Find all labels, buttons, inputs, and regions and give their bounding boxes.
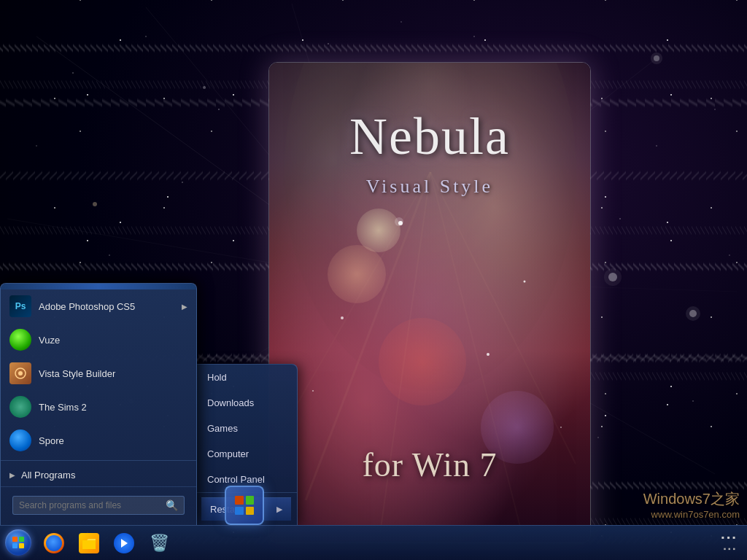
svg-point-21 bbox=[72, 72, 74, 74]
svg-point-46 bbox=[341, 316, 344, 319]
svg-point-17 bbox=[203, 86, 206, 89]
all-programs-label: All Programs bbox=[21, 470, 187, 481]
svg-point-44 bbox=[395, 217, 403, 226]
svg-point-45 bbox=[487, 353, 489, 356]
nebula-title: Nebula bbox=[269, 106, 590, 167]
win-logo-bl bbox=[235, 507, 244, 516]
start-menu: Ps Adobe Photoshop CS5 ▶ Vuze Vista Styl… bbox=[0, 283, 197, 525]
svg-point-22 bbox=[145, 36, 147, 37]
svg-point-24 bbox=[36, 145, 37, 147]
svg-point-16 bbox=[686, 306, 700, 321]
start-menu-header bbox=[1, 284, 196, 289]
watermark: Windows7之家 www.win7os7en.com bbox=[643, 489, 740, 520]
orb-logo-tl bbox=[12, 537, 18, 542]
orb-logo-bl bbox=[12, 543, 18, 548]
firefox-icon bbox=[44, 533, 64, 553]
search-bar[interactable]: 🔍 bbox=[12, 496, 185, 515]
system-tray: ▪ ▪ ▪ ▪ ▪ ▪ bbox=[716, 532, 747, 554]
windows-orb-floating[interactable] bbox=[225, 486, 264, 525]
svg-point-47 bbox=[524, 281, 526, 283]
photoshop-icon: Ps bbox=[9, 295, 31, 317]
svg-point-23 bbox=[218, 109, 220, 110]
vsb-icon-svg bbox=[14, 367, 27, 380]
sims-icon bbox=[9, 396, 31, 418]
menu-item-sims2[interactable]: The Sims 2 bbox=[1, 390, 196, 424]
watermark-line1: Windows7之家 bbox=[643, 489, 740, 509]
explorer-icon bbox=[79, 533, 99, 553]
search-input[interactable] bbox=[19, 500, 166, 510]
win-logo-tl bbox=[235, 496, 244, 505]
play-svg bbox=[120, 538, 128, 548]
nebula-subtitle: Visual Style bbox=[269, 176, 590, 198]
taskbar: 🗑️ ▪ ▪ ▪ ▪ ▪ ▪ bbox=[0, 525, 747, 560]
photoshop-label: Adobe Photoshop CS5 bbox=[39, 301, 182, 312]
vsb-icon bbox=[9, 362, 31, 384]
svg-point-27 bbox=[656, 145, 657, 147]
search-icon[interactable]: 🔍 bbox=[166, 499, 178, 511]
svg-point-11 bbox=[651, 52, 662, 64]
taskbar-media-player[interactable] bbox=[108, 527, 140, 559]
clock: ▪ ▪ ▪ ▪ ▪ ▪ bbox=[716, 532, 741, 554]
start-menu-bottom: 🔍 bbox=[1, 486, 196, 525]
start-button[interactable] bbox=[0, 525, 36, 560]
svg-point-49 bbox=[560, 427, 562, 428]
win-logo-br bbox=[246, 507, 255, 516]
orb-logo-tr bbox=[19, 537, 24, 542]
watermark-line2: www.win7os7en.com bbox=[643, 509, 740, 520]
svg-point-26 bbox=[182, 182, 183, 183]
taskbar-recycle-bin[interactable]: 🗑️ bbox=[143, 527, 175, 559]
menu-item-spore[interactable]: Spore bbox=[1, 424, 196, 457]
clock-date: ▪ ▪ ▪ bbox=[721, 544, 735, 554]
desktop: Nebula Visual Style for Win 7 Windows7之家… bbox=[0, 0, 747, 560]
spore-icon bbox=[9, 429, 31, 451]
all-programs-arrow: ▶ bbox=[9, 471, 15, 479]
svg-point-31 bbox=[729, 254, 730, 256]
right-panel-item-downloads[interactable]: Downloads bbox=[196, 390, 297, 416]
svg-point-51 bbox=[18, 371, 23, 376]
vsb-label: Vista Style Builder bbox=[39, 368, 187, 379]
recycle-bin-icon: 🗑️ bbox=[149, 533, 169, 553]
svg-point-32 bbox=[597, 437, 599, 438]
orb-logo-br bbox=[19, 543, 24, 548]
right-panel-item-games[interactable]: Games bbox=[196, 416, 297, 441]
clock-time: ▪ ▪ ▪ bbox=[721, 532, 735, 544]
svg-point-14 bbox=[93, 202, 97, 206]
svg-point-28 bbox=[714, 109, 716, 110]
windows-orb-logo bbox=[12, 537, 24, 548]
menu-separator bbox=[1, 460, 196, 461]
win-logo-tr bbox=[246, 496, 255, 505]
nebula-card: Nebula Visual Style for Win 7 bbox=[268, 62, 591, 543]
svg-point-48 bbox=[312, 390, 314, 392]
folder-svg bbox=[82, 537, 96, 550]
right-panel-item-hold[interactable]: Hold bbox=[196, 365, 297, 390]
start-orb-circle bbox=[5, 529, 31, 556]
svg-point-36 bbox=[328, 43, 329, 44]
spore-label: Spore bbox=[39, 435, 187, 446]
svg-point-34 bbox=[473, 36, 475, 37]
vuze-label: Vuze bbox=[39, 335, 187, 346]
menu-item-vuze[interactable]: Vuze bbox=[1, 323, 196, 357]
vuze-icon bbox=[9, 329, 31, 351]
taskbar-firefox[interactable] bbox=[38, 527, 70, 559]
right-panel-items: Hold Downloads Games Computer Control Pa… bbox=[196, 365, 297, 492]
menu-item-photoshop[interactable]: Ps Adobe Photoshop CS5 ▶ bbox=[1, 289, 196, 323]
nebula-footer: for Win 7 bbox=[269, 446, 590, 484]
media-player-icon bbox=[114, 533, 134, 553]
svg-point-29 bbox=[619, 218, 621, 219]
right-panel-item-computer[interactable]: Computer bbox=[196, 441, 297, 467]
all-programs-item[interactable]: ▶ All Programs bbox=[1, 464, 196, 486]
photoshop-arrow: ▶ bbox=[182, 303, 187, 311]
svg-point-35 bbox=[400, 21, 402, 23]
restart-arrow-icon: ▶ bbox=[276, 505, 282, 514]
svg-point-13 bbox=[604, 268, 622, 286]
taskbar-explorer[interactable] bbox=[73, 527, 105, 559]
svg-point-25 bbox=[109, 254, 110, 256]
sims2-label: The Sims 2 bbox=[39, 402, 187, 413]
svg-marker-52 bbox=[121, 539, 128, 548]
windows-logo bbox=[235, 496, 254, 515]
svg-point-30 bbox=[692, 400, 694, 402]
menu-item-vista-style-builder[interactable]: Vista Style Builder bbox=[1, 357, 196, 390]
